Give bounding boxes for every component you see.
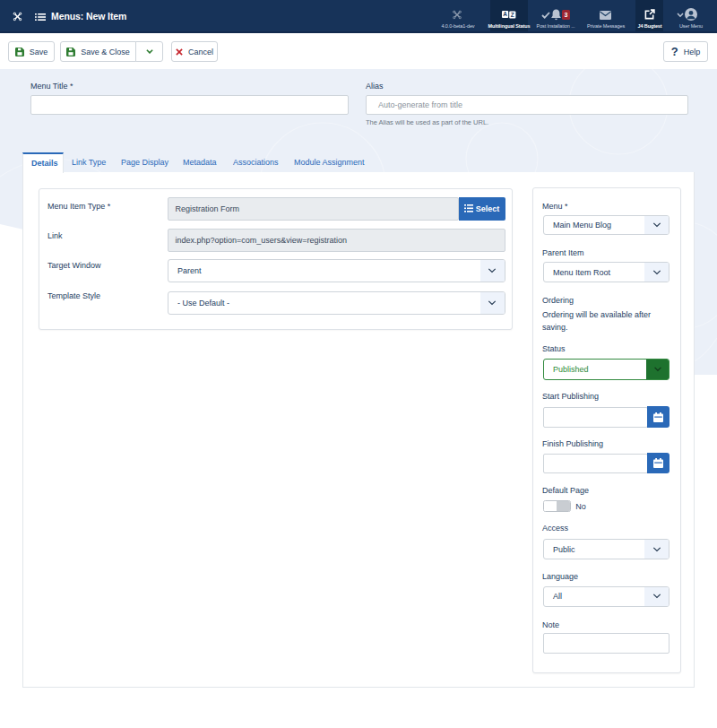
svg-text:Z: Z [511,12,514,18]
svg-text:A: A [503,11,507,17]
